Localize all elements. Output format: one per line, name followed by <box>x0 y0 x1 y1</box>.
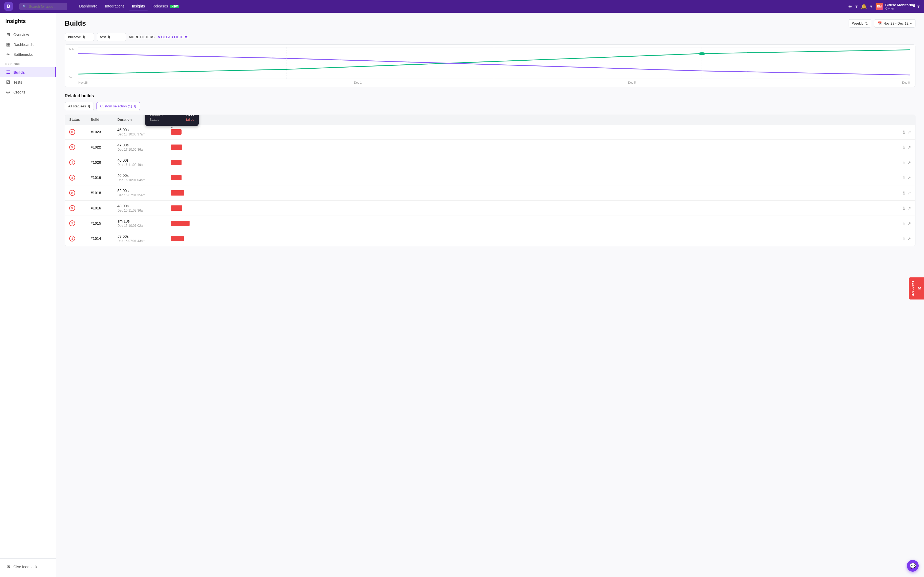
sidebar-item-credits[interactable]: ◎ Credits <box>0 87 56 97</box>
external-link-icon[interactable]: ↗ <box>908 221 911 226</box>
bell-icon[interactable]: 🔔 <box>861 3 867 9</box>
row-actions: ℹ ↗ <box>890 130 911 135</box>
clear-filters-button[interactable]: ✕ CLEAR FILTERS <box>157 35 189 39</box>
build-number[interactable]: #1016 <box>90 206 117 210</box>
info-icon[interactable]: ℹ <box>903 145 905 150</box>
app-filter[interactable]: bullseye ⇅ <box>65 33 94 41</box>
sidebar-item-label: Overview <box>13 32 29 37</box>
external-link-icon[interactable]: ↗ <box>908 236 911 241</box>
feedback-tab[interactable]: ✉ Feedback <box>909 277 924 300</box>
row-status: ⊗ <box>69 190 90 196</box>
selection-filter[interactable]: Custom selection (1) ⇅ <box>97 102 140 110</box>
chart-x-label: Dec 8 <box>902 81 910 84</box>
build-number[interactable]: #1020 <box>90 160 117 164</box>
duration-bar-container <box>171 160 890 165</box>
search-icon: 🔍 <box>23 5 27 8</box>
table-row: ⊗ #1019 46.00s Dec 16 10:01:04am ℹ ↗ <box>65 170 915 185</box>
info-icon[interactable]: ℹ <box>903 221 905 226</box>
nav-integrations[interactable]: Integrations <box>102 2 128 10</box>
builds-table: Status Build Duration ⊗ #1023 46.00s Dec… <box>65 114 916 246</box>
duration-bar <box>171 205 183 211</box>
sidebar-item-builds[interactable]: ☰ Builds <box>0 67 56 77</box>
build-number[interactable]: #1014 <box>90 237 117 241</box>
nav-releases[interactable]: Releases NEW <box>149 2 183 10</box>
sidebar-item-bottlenecks[interactable]: ☀ Bottlenecks <box>0 50 56 59</box>
row-actions: ℹ ↗ <box>890 206 911 211</box>
workflow-filter[interactable]: test ⇅ <box>97 33 126 41</box>
date-range-selector[interactable]: 📅 Nov 28 - Dec 12 ▾ <box>874 19 916 27</box>
build-duration: 46.00s Dec 18 10:00:37am <box>117 128 171 136</box>
info-icon[interactable]: ℹ <box>903 130 905 135</box>
username: Bitrise-Monitoring <box>885 3 915 7</box>
external-link-icon[interactable]: ↗ <box>908 206 911 211</box>
chart-x-label: Dec 5 <box>628 81 636 84</box>
build-number[interactable]: #1019 <box>90 176 117 180</box>
info-icon[interactable]: ℹ <box>903 236 905 241</box>
user-info: Bitrise-Monitoring Owner <box>885 3 915 10</box>
info-icon[interactable]: ℹ <box>903 160 905 165</box>
chat-bubble[interactable]: 💬 <box>907 560 919 572</box>
build-duration: 48.00s Dec 15 11:02:36am <box>117 204 171 212</box>
add-icon[interactable]: ⊕ <box>848 3 852 9</box>
topnav-right: ⊕ ▾ 🔔 ▾ BM Bitrise-Monitoring Owner ▾ <box>848 3 920 10</box>
sidebar-item-label: Dashboards <box>13 42 34 47</box>
feedback-label: Give feedback <box>13 565 37 569</box>
search-bar[interactable]: 🔍 <box>19 3 67 10</box>
row-actions: ℹ ↗ <box>890 160 911 165</box>
status-filter[interactable]: All statuses ⇅ <box>65 102 94 110</box>
build-duration: 47.00s Dec 17 10:00:36am <box>117 143 171 152</box>
selection-filter-value: Custom selection (1) <box>100 104 132 108</box>
selection-filter-chevron: ⇅ <box>134 104 137 108</box>
build-number[interactable]: #1015 <box>90 221 117 226</box>
external-link-icon[interactable]: ↗ <box>908 190 911 195</box>
table-row: ⊗ #1022 47.00s Dec 17 10:00:36am ℹ ↗ <box>65 140 915 155</box>
user-menu[interactable]: BM Bitrise-Monitoring Owner ▾ <box>876 3 920 10</box>
duration-bar-container <box>171 205 890 211</box>
bell-chevron-icon[interactable]: ▾ <box>870 3 872 9</box>
user-chevron-icon[interactable]: ▾ <box>917 3 920 9</box>
build-duration: 46.00s Dec 16 11:02:49am <box>117 158 171 167</box>
feedback-icon: ✉ <box>5 564 11 569</box>
search-input[interactable] <box>29 5 64 8</box>
info-icon[interactable]: ℹ <box>903 190 905 195</box>
info-icon[interactable]: ℹ <box>903 206 905 211</box>
external-link-icon[interactable]: ↗ <box>908 160 911 165</box>
nav-dashboard[interactable]: Dashboard <box>76 2 101 10</box>
sidebar-feedback[interactable]: ✉ Give feedback <box>0 562 56 572</box>
row-actions: ℹ ↗ <box>890 175 911 180</box>
sidebar-item-label: Bottlenecks <box>13 52 32 56</box>
sidebar-item-dashboards[interactable]: ▦ Dashboards <box>0 40 56 50</box>
table-row: ⊗ #1020 46.00s Dec 16 11:02:49am ℹ ↗ <box>65 155 915 170</box>
header-actions <box>890 118 911 121</box>
svg-point-6 <box>698 52 706 55</box>
tooltip-duration-value: 7.93s <box>186 114 194 116</box>
duration-bar <box>171 236 184 241</box>
chevron-down-icon[interactable]: ▾ <box>855 3 858 9</box>
period-chevron-icon: ⇅ <box>865 21 868 25</box>
related-filters: All statuses ⇅ Custom selection (1) ⇅ <box>65 102 916 110</box>
table-row: ⊗ #1015 1m 13s Dec 15 10:01:02am ℹ ↗ <box>65 216 915 231</box>
date-range-label: Nov 28 - Dec 12 <box>884 21 908 25</box>
period-selector[interactable]: Weekly ⇅ <box>849 19 871 27</box>
duration-bar <box>171 129 181 135</box>
more-filters-button[interactable]: MORE FILTERS <box>129 35 155 39</box>
build-number[interactable]: #1022 <box>90 145 117 149</box>
info-icon[interactable]: ℹ <box>903 175 905 180</box>
user-role: Owner <box>885 7 915 10</box>
build-number[interactable]: #1018 <box>90 191 117 195</box>
sidebar-item-overview[interactable]: ⊞ Overview <box>0 30 56 40</box>
table-row: ⊗ #1018 52.00s Dec 16 07:01:35am ℹ ↗ <box>65 185 915 201</box>
tooltip-status-label: Status <box>149 118 159 121</box>
build-number[interactable]: #1023 <box>90 130 117 134</box>
row-status: ⊗ <box>69 129 90 135</box>
nav-insights[interactable]: Insights <box>129 2 148 10</box>
build-duration: 53.00s Dec 15 07:01:43am <box>117 234 171 243</box>
external-link-icon[interactable]: ↗ <box>908 175 911 180</box>
external-link-icon[interactable]: ↗ <box>908 130 911 135</box>
app-logo[interactable]: B <box>4 2 13 11</box>
app-filter-chevron: ⇅ <box>82 35 86 39</box>
external-link-icon[interactable]: ↗ <box>908 145 911 150</box>
status-failed-icon: ⊗ <box>69 235 75 242</box>
duration-bar-container <box>171 129 890 135</box>
sidebar-item-tests[interactable]: ☑ Tests <box>0 77 56 87</box>
